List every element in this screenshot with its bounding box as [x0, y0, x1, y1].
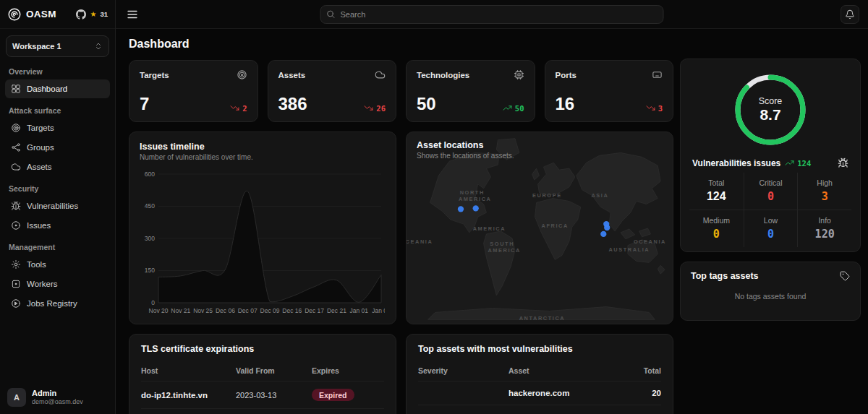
- stat-card-technologies: Technologies 50 50: [406, 60, 535, 122]
- trending-up-icon: [503, 103, 512, 113]
- stat-trend: 26: [364, 103, 386, 113]
- target-icon: [11, 123, 21, 133]
- tls-expirations-card: TLS certificate expirations HostValid Fr…: [129, 334, 396, 414]
- search-input[interactable]: [320, 5, 664, 24]
- svg-text:Dec 17: Dec 17: [305, 307, 324, 314]
- svg-text:ASIA: ASIA: [591, 192, 608, 199]
- stat-value: 16: [556, 95, 575, 113]
- box-icon: [11, 279, 21, 289]
- table-row: do-ip12.tinhte.vn 2023-03-13 Expired: [141, 381, 384, 409]
- target-icon: [237, 69, 247, 80]
- svg-text:Jan 01: Jan 01: [349, 307, 368, 314]
- stat-trend: 50: [503, 103, 524, 113]
- svg-text:Nov 25: Nov 25: [193, 307, 213, 314]
- vuln-stat-high: High 3: [797, 173, 851, 210]
- vuln-stat-value: 120: [799, 228, 850, 241]
- asset-locations-title: Asset locations: [417, 140, 514, 150]
- top-tags-empty-state: No tags assets found: [691, 281, 850, 311]
- sidebar-header: OASM ★ 31: [0, 0, 115, 29]
- gear-icon: [11, 259, 21, 269]
- stat-card-ports: Ports 16 3: [545, 60, 674, 122]
- sidebar-item-label: Assets: [27, 163, 52, 171]
- search-icon: [326, 9, 336, 19]
- vuln-stat-medium: Medium 0: [689, 210, 744, 247]
- sidebar-item-workers[interactable]: Workers: [5, 275, 110, 293]
- svg-text:SOUTH: SOUTH: [490, 241, 514, 247]
- sidebar-item-vulnerabilities[interactable]: Vulnerabilities: [5, 197, 110, 215]
- svg-text:Dec 06: Dec 06: [216, 307, 235, 314]
- vuln-stat-label: Medium: [691, 216, 742, 225]
- svg-text:OCEANIA: OCEANIA: [634, 238, 666, 245]
- dashboard-icon: [11, 84, 21, 94]
- asset-name: hackerone.com: [509, 389, 626, 397]
- sidebar-section-overview: Overview: [0, 60, 115, 79]
- vulnerability-stats-grid: Total 124 Critical 0 High 3 Medium 0 Low…: [689, 173, 851, 247]
- sidebar-item-label: Tools: [27, 260, 46, 269]
- sidebar-section-attack-surface: Attack surface: [0, 99, 115, 118]
- vuln-stat-info: Info 120: [797, 210, 851, 247]
- stat-label: Assets: [278, 71, 306, 79]
- bug-icon: [11, 201, 21, 211]
- workspace-selector[interactable]: Workspace 1: [6, 35, 109, 57]
- sidebar-item-label: Jobs Registry: [27, 299, 77, 308]
- bug-icon: [838, 158, 848, 168]
- issues-timeline-subtitle: Number of vulnerabilities over time.: [140, 153, 386, 161]
- tls-host: do-ip12.tinhte.vn: [141, 391, 236, 400]
- svg-text:AMERICA: AMERICA: [473, 225, 506, 232]
- sidebar-item-assets[interactable]: Assets: [5, 158, 110, 176]
- workspace-name: Workspace 1: [12, 42, 61, 51]
- user-menu[interactable]: A Admin demo@oasm.dev: [0, 381, 115, 414]
- svg-text:0: 0: [151, 299, 155, 306]
- stat-label: Targets: [140, 71, 169, 79]
- brand: OASM: [7, 7, 56, 22]
- score-card: Score 8.7 Vulnerabilities issues 124 Tot…: [680, 59, 861, 252]
- vulnerabilities-trend: 124: [785, 158, 811, 168]
- vuln-stat-value: 3: [799, 190, 850, 203]
- top-tags-title: Top tags assets: [691, 271, 759, 281]
- vuln-stat-value: 124: [691, 190, 742, 203]
- svg-text:150: 150: [145, 267, 155, 274]
- tls-valid-from: 2023-03-13: [236, 391, 312, 400]
- top-assets-title: Top assets with most vulnerabilities: [418, 344, 661, 354]
- stat-card-targets: Targets 7 2: [129, 60, 258, 122]
- svg-text:Jan 04: Jan 04: [372, 307, 385, 314]
- notifications-button[interactable]: [841, 5, 859, 24]
- svg-text:AFRICA: AFRICA: [542, 223, 569, 229]
- svg-text:Dec 21: Dec 21: [327, 307, 346, 314]
- asset-location-dot: [600, 231, 606, 237]
- stat-card-assets: Assets 386 26: [268, 60, 397, 122]
- svg-text:Dec 07: Dec 07: [238, 307, 258, 314]
- trending-down-icon: [230, 103, 239, 113]
- stat-label: Technologies: [417, 71, 469, 79]
- user-name: Admin: [32, 389, 83, 398]
- asset-locations-subtitle: Shows the locations of assets.: [417, 152, 514, 160]
- sidebar-section-management: Management: [0, 236, 115, 254]
- sidebar-toggle-button[interactable]: [124, 7, 140, 22]
- sidebar-item-groups[interactable]: Groups: [5, 138, 110, 157]
- sidebar-item-tools[interactable]: Tools: [5, 255, 110, 274]
- asset-total: 20: [626, 389, 661, 397]
- github-icon[interactable]: [76, 9, 86, 20]
- sidebar-item-dashboard[interactable]: Dashboard: [5, 79, 110, 98]
- sidebar-item-issues[interactable]: Issues: [5, 216, 110, 235]
- tls-expirations-title: TLS certificate expirations: [141, 344, 384, 354]
- stat-trend: 3: [646, 103, 663, 113]
- table-row: tinhte.vn 2025-11-15: [141, 409, 384, 414]
- svg-text:AMERICA: AMERICA: [459, 196, 491, 202]
- svg-text:AUSTRALIA: AUSTRALIA: [608, 246, 650, 253]
- sidebar-item-label: Dashboard: [27, 85, 67, 93]
- search: [320, 5, 664, 24]
- issues-timeline-title: Issues timeline: [140, 142, 386, 152]
- trending-down-icon: [646, 103, 655, 113]
- avatar: A: [7, 388, 26, 407]
- sidebar-item-jobs-registry[interactable]: Jobs Registry: [5, 294, 110, 313]
- circle-dot-icon: [11, 220, 21, 230]
- trending-down-icon: [364, 103, 373, 113]
- sidebar-item-label: Issues: [27, 221, 51, 230]
- bell-icon: [845, 9, 855, 20]
- asset-location-dot: [604, 225, 610, 230]
- vuln-stat-label: Low: [746, 216, 796, 225]
- svg-text:OCEANIA: OCEANIA: [407, 238, 433, 245]
- port-icon: [652, 69, 663, 80]
- sidebar-item-targets[interactable]: Targets: [5, 118, 110, 137]
